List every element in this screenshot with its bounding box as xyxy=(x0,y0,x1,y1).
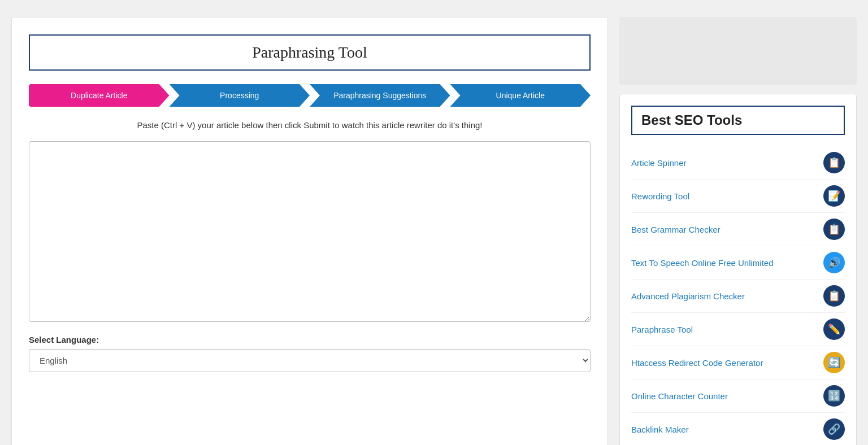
seo-tool-icon-4: 📋 xyxy=(823,285,845,307)
seo-tool-item-2[interactable]: Best Grammar Checker📋 xyxy=(631,213,845,246)
language-section: Select Language: English Spanish French … xyxy=(29,335,591,372)
step-1: Duplicate Article xyxy=(29,84,170,107)
seo-tool-icon-7: 🔢 xyxy=(823,385,845,407)
seo-tool-item-5[interactable]: Paraphrase Tool✏️ xyxy=(631,313,845,346)
seo-tool-item-3[interactable]: Text To Speech Online Free Unlimited🔊 xyxy=(631,246,845,280)
ad-box xyxy=(619,17,857,85)
seo-tool-item-4[interactable]: Advanced Plagiarism Checker📋 xyxy=(631,280,845,313)
seo-tool-name-0: Article Spinner xyxy=(631,158,818,168)
step-4: Unique Article xyxy=(450,84,591,107)
sidebar: Best SEO Tools Article Spinner📋Rewording… xyxy=(619,17,857,445)
instructions-text: Paste (Ctrl + V) your article below then… xyxy=(29,120,591,130)
seo-tool-name-1: Rewording Tool xyxy=(631,191,818,201)
seo-tool-item-6[interactable]: Htaccess Redirect Code Generator🔄 xyxy=(631,346,845,379)
seo-tool-name-8: Backlink Maker xyxy=(631,425,818,434)
tool-title-box: Paraphrasing Tool xyxy=(29,34,591,71)
seo-title-box: Best SEO Tools xyxy=(631,106,845,135)
seo-tool-icon-3: 🔊 xyxy=(823,252,845,273)
seo-tool-item-7[interactable]: Online Character Counter🔢 xyxy=(631,379,845,413)
seo-tool-icon-1: 📝 xyxy=(823,185,845,207)
seo-tool-name-5: Paraphrase Tool xyxy=(631,325,818,334)
seo-tool-name-3: Text To Speech Online Free Unlimited xyxy=(631,258,818,268)
seo-tool-name-4: Advanced Plagiarism Checker xyxy=(631,291,818,301)
language-label: Select Language: xyxy=(29,335,591,344)
article-textarea[interactable] xyxy=(29,141,591,322)
seo-tool-icon-5: ✏️ xyxy=(823,319,845,340)
page-title: Paraphrasing Tool xyxy=(41,43,578,62)
tools-list: Article Spinner📋Rewording Tool📝Best Gram… xyxy=(631,146,845,445)
step-3: Paraphrasing Suggestions xyxy=(310,84,450,107)
seo-tool-name-2: Best Grammar Checker xyxy=(631,225,818,234)
steps-bar: Duplicate Article Processing Paraphrasin… xyxy=(29,84,591,107)
seo-tools-box: Best SEO Tools Article Spinner📋Rewording… xyxy=(619,94,857,445)
seo-tool-item-0[interactable]: Article Spinner📋 xyxy=(631,146,845,180)
main-panel: Paraphrasing Tool Duplicate Article Proc… xyxy=(11,17,608,445)
seo-tool-icon-2: 📋 xyxy=(823,219,845,240)
seo-tool-name-7: Online Character Counter xyxy=(631,391,818,401)
seo-tool-item-8[interactable]: Backlink Maker🔗 xyxy=(631,413,845,445)
seo-tool-icon-8: 🔗 xyxy=(823,418,845,440)
seo-tool-icon-6: 🔄 xyxy=(823,352,845,373)
seo-tool-item-1[interactable]: Rewording Tool📝 xyxy=(631,180,845,213)
seo-tool-name-6: Htaccess Redirect Code Generator xyxy=(631,358,818,368)
language-select[interactable]: English Spanish French German Italian Po… xyxy=(29,349,591,372)
seo-section-title: Best SEO Tools xyxy=(641,112,835,128)
seo-tool-icon-0: 📋 xyxy=(823,152,845,173)
step-2: Processing xyxy=(170,84,310,107)
